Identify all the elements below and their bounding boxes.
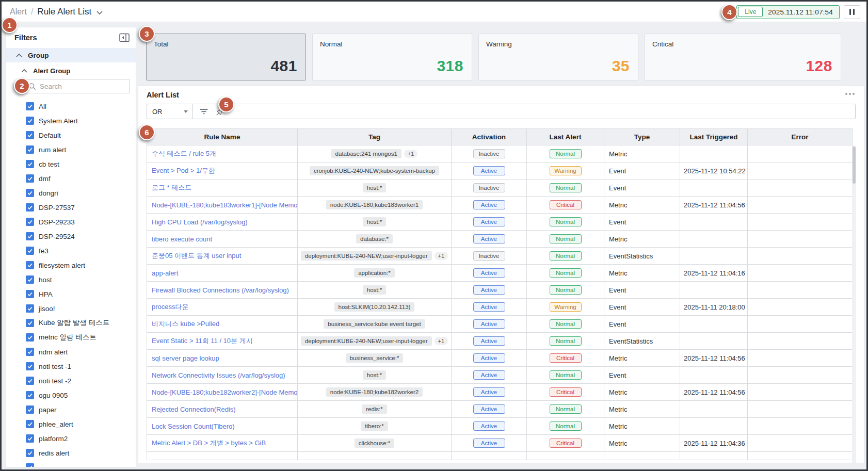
checkbox-checked-icon[interactable]	[26, 304, 34, 313]
filter-group-item[interactable]: All	[6, 99, 136, 113]
checkbox-checked-icon[interactable]	[26, 145, 34, 154]
filter-group-header[interactable]: Group	[6, 48, 136, 62]
chevron-down-icon[interactable]	[97, 11, 103, 15]
summary-card[interactable]: Warning 35	[478, 34, 638, 80]
filter-group-item[interactable]: HPA	[6, 287, 136, 301]
filter-group-item[interactable]: System Alert	[6, 113, 136, 128]
summary-card[interactable]: Total 481	[146, 34, 306, 80]
summary-card[interactable]: Critical 128	[645, 34, 841, 80]
checkbox-checked-icon[interactable]	[26, 247, 34, 255]
filter-group-item[interactable]: paper	[6, 402, 136, 417]
rule-name-link[interactable]: Node-[KUBE-180;kube183worker1]-[Node Mem…	[152, 201, 298, 209]
filter-group-item[interactable]	[6, 460, 136, 467]
rule-name-link[interactable]: Firewall Blocked Connections (/var/log/s…	[152, 286, 289, 294]
rule-name-link[interactable]: process다운	[152, 303, 189, 311]
column-header[interactable]: Last Alert	[527, 129, 604, 145]
checkbox-checked-icon[interactable]	[26, 131, 34, 139]
filter-group-item[interactable]: platform2	[6, 431, 136, 446]
rule-name-link[interactable]: sql server page lookup	[152, 354, 219, 362]
column-header[interactable]: Rule Name	[147, 129, 298, 145]
checkbox-checked-icon[interactable]	[26, 319, 34, 327]
alert-group-label: Alert Group	[33, 67, 70, 75]
filter-group-item[interactable]: cb test	[6, 157, 136, 171]
filter-group-item[interactable]: Kube 알람 발생 테스트	[6, 316, 136, 330]
filter-group-item[interactable]: dmf	[6, 171, 136, 186]
rule-name-link[interactable]: High CPU Load (/var/log/syslog)	[152, 218, 248, 226]
filter-group-item[interactable]: DSP-29233	[6, 215, 136, 229]
rule-name-link[interactable]: Node-[KUBE-180;kube182worker2]-[Node Mem…	[152, 388, 298, 396]
checkbox-checked-icon[interactable]	[26, 449, 34, 457]
filter-group-item[interactable]: Default	[6, 128, 136, 142]
checkbox-checked-icon[interactable]	[26, 261, 34, 269]
breadcrumb-alert[interactable]: Alert	[10, 7, 27, 17]
operator-select[interactable]: OR	[147, 104, 192, 119]
collapse-panel-icon[interactable]	[119, 33, 130, 42]
checkbox-checked-icon[interactable]	[26, 434, 34, 443]
checkbox-checked-icon[interactable]	[26, 391, 34, 399]
column-header[interactable]: Tag	[298, 129, 452, 145]
rule-name-link[interactable]: Lock Session Count(Tibero)	[152, 423, 235, 430]
rule-name-link[interactable]: Event Static > 11회 11 / 10분 게시	[152, 337, 253, 345]
search-input[interactable]	[24, 79, 130, 93]
checkbox-checked-icon[interactable]	[26, 102, 34, 110]
rule-name-link[interactable]: Metric Alert > DB > 개별 > bytes > GiB	[152, 439, 266, 447]
checkbox-checked-icon[interactable]	[26, 377, 34, 385]
checkbox-checked-icon[interactable]	[26, 405, 34, 414]
checkbox-checked-icon[interactable]	[26, 232, 34, 240]
checkbox-checked-icon[interactable]	[26, 218, 34, 226]
tag-overflow-count[interactable]: +1	[404, 150, 418, 158]
summary-card[interactable]: Normal 318	[312, 34, 472, 80]
rule-name-link[interactable]: 로그 * 테스트	[152, 184, 191, 191]
rule-name-link[interactable]: Event > Pod > 1/무한	[152, 167, 215, 174]
checkbox-checked-icon[interactable]	[26, 189, 34, 197]
rule-name-link[interactable]: 수식 테스트 / rule 5개	[152, 150, 216, 157]
filter-group-item[interactable]: jisoo!	[6, 301, 136, 316]
column-header[interactable]: Error	[748, 129, 853, 145]
checkbox-checked-icon[interactable]	[26, 275, 34, 284]
checkbox-checked-icon[interactable]	[26, 160, 34, 168]
checkbox-checked-icon[interactable]	[26, 290, 34, 298]
filter-group-item[interactable]: noti test -1	[6, 359, 136, 373]
column-header[interactable]: Type	[604, 129, 680, 145]
filter-group-item[interactable]: phlee_alert	[6, 417, 136, 431]
tag-overflow-count[interactable]: +1	[435, 337, 448, 345]
filter-group-item[interactable]: filesystem alert	[6, 258, 136, 272]
filter-group-item[interactable]: dongri	[6, 186, 136, 200]
checkbox-checked-icon[interactable]	[26, 333, 34, 342]
column-header[interactable]: Last Triggered	[680, 129, 748, 145]
table-row: High CPU Load (/var/log/syslog) host:* A…	[147, 214, 853, 231]
checkbox-checked-icon[interactable]	[26, 463, 34, 467]
filter-icon[interactable]	[199, 106, 209, 117]
filter-group-item[interactable]: ndm alert	[6, 345, 136, 359]
alert-group-header[interactable]: Alert Group	[6, 64, 136, 77]
filter-group-item[interactable]: fe3	[6, 243, 136, 258]
tag-overflow-count[interactable]: +1	[435, 252, 448, 260]
filter-group-item[interactable]: noti test -2	[6, 373, 136, 388]
filter-group-item[interactable]: ogu 0905	[6, 388, 136, 402]
checkbox-checked-icon[interactable]	[26, 420, 34, 428]
checkbox-checked-icon[interactable]	[26, 117, 34, 125]
filter-group-item[interactable]: host	[6, 272, 136, 287]
filter-group-item[interactable]: DSP-27537	[6, 200, 136, 215]
filter-group-item[interactable]: metric 알람 테스트	[6, 330, 136, 345]
checkbox-checked-icon[interactable]	[26, 203, 34, 212]
pause-button[interactable]	[844, 5, 860, 19]
checkbox-checked-icon[interactable]	[26, 362, 34, 370]
rule-name-link[interactable]: tibero execute count	[152, 235, 212, 243]
rule-name-link[interactable]: app-alert	[152, 269, 178, 277]
error-cell	[748, 145, 853, 163]
rule-name-link[interactable]: 준웅05 이벤트 통계 user input	[152, 252, 241, 259]
rule-name-link[interactable]: Rejected Connection(Redis)	[152, 405, 236, 413]
page-title[interactable]: Rule Alert List	[37, 7, 91, 17]
rule-name-link[interactable]: Network Connectivity Issues (/var/log/sy…	[152, 371, 285, 379]
scrollbar-thumb[interactable]	[853, 147, 856, 184]
column-header[interactable]: Activation	[452, 129, 527, 145]
rule-name-link[interactable]: 비지니스 kube >Pulled	[152, 320, 219, 328]
more-menu-icon[interactable]	[845, 93, 855, 95]
filter-group-item[interactable]: redis alert	[6, 446, 136, 460]
table-scrollbar[interactable]	[852, 145, 856, 463]
checkbox-checked-icon[interactable]	[26, 348, 34, 356]
filter-group-item[interactable]: rum alert	[6, 142, 136, 157]
checkbox-checked-icon[interactable]	[26, 174, 34, 183]
filter-group-item[interactable]: DSP-29524	[6, 229, 136, 243]
